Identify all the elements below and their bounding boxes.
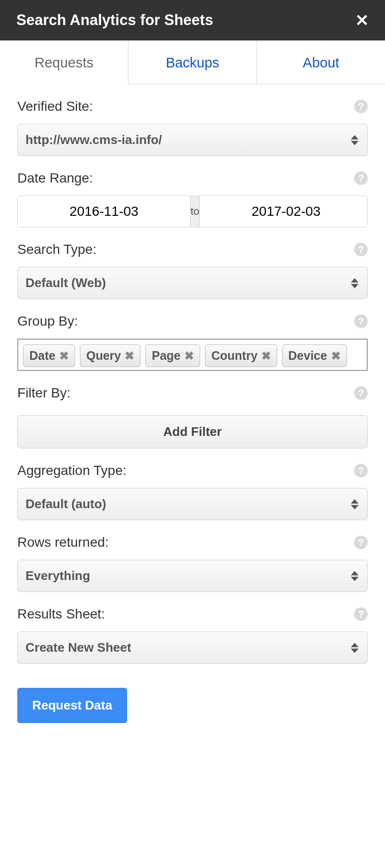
add-filter-button[interactable]: Add Filter bbox=[17, 415, 368, 448]
results-sheet-label: Results Sheet: bbox=[17, 606, 105, 622]
aggregation-type-label: Aggregation Type: bbox=[17, 463, 127, 478]
select-arrows-icon bbox=[351, 278, 359, 288]
date-range-label: Date Range: bbox=[17, 171, 93, 186]
select-arrows-icon bbox=[351, 643, 359, 653]
results-sheet-value: Create New Sheet bbox=[26, 640, 131, 655]
verified-site-select[interactable]: http://www.cms-ia.info/ bbox=[17, 124, 368, 156]
chip-country[interactable]: Country ✖ bbox=[205, 344, 277, 367]
sidebar-header: Search Analytics for Sheets ✕ bbox=[0, 0, 385, 40]
chip-remove-icon[interactable]: ✖ bbox=[331, 350, 341, 362]
group-by-chips[interactable]: Date ✖ Query ✖ Page ✖ Country ✖ Device ✖ bbox=[17, 339, 368, 371]
select-arrows-icon bbox=[351, 571, 359, 581]
chip-query[interactable]: Query ✖ bbox=[80, 344, 141, 367]
field-group-by: Group By: ? Date ✖ Query ✖ Page ✖ Countr… bbox=[17, 314, 368, 371]
field-results-sheet: Results Sheet: ? Create New Sheet bbox=[17, 606, 368, 664]
chip-remove-icon[interactable]: ✖ bbox=[125, 350, 134, 362]
select-arrows-icon bbox=[351, 135, 359, 145]
help-icon[interactable]: ? bbox=[354, 171, 368, 185]
help-icon[interactable]: ? bbox=[354, 536, 368, 549]
chip-remove-icon[interactable]: ✖ bbox=[184, 350, 194, 362]
chip-label: Date bbox=[29, 349, 55, 363]
group-by-label: Group By: bbox=[17, 314, 78, 329]
field-verified-site: Verified Site: ? http://www.cms-ia.info/ bbox=[17, 99, 368, 156]
aggregation-type-select[interactable]: Default (auto) bbox=[17, 488, 368, 520]
form-panel: Verified Site: ? http://www.cms-ia.info/… bbox=[0, 99, 385, 752]
verified-site-value: http://www.cms-ia.info/ bbox=[26, 132, 162, 147]
chip-device[interactable]: Device ✖ bbox=[282, 344, 347, 367]
field-aggregation-type: Aggregation Type: ? Default (auto) bbox=[17, 463, 368, 520]
chip-remove-icon[interactable]: ✖ bbox=[261, 350, 271, 362]
tab-backups[interactable]: Backups bbox=[128, 40, 257, 84]
rows-returned-label: Rows returned: bbox=[17, 535, 109, 550]
rows-returned-value: Everything bbox=[26, 568, 90, 583]
tab-requests[interactable]: Requests bbox=[0, 40, 128, 84]
chip-remove-icon[interactable]: ✖ bbox=[59, 350, 69, 362]
app-title: Search Analytics for Sheets bbox=[16, 12, 213, 29]
field-date-range: Date Range: ? to bbox=[17, 171, 368, 227]
search-type-select[interactable]: Default (Web) bbox=[17, 267, 368, 299]
select-arrows-icon bbox=[351, 499, 359, 509]
help-icon[interactable]: ? bbox=[354, 100, 368, 113]
help-icon[interactable]: ? bbox=[354, 464, 368, 477]
search-type-value: Default (Web) bbox=[26, 276, 106, 290]
verified-site-label: Verified Site: bbox=[17, 99, 93, 114]
rows-returned-select[interactable]: Everything bbox=[17, 560, 368, 592]
search-type-label: Search Type: bbox=[17, 242, 96, 257]
results-sheet-select[interactable]: Create New Sheet bbox=[17, 631, 368, 664]
tabs: Requests Backups About bbox=[0, 40, 385, 84]
aggregation-type-value: Default (auto) bbox=[26, 497, 106, 511]
chip-label: Query bbox=[86, 349, 121, 363]
help-icon[interactable]: ? bbox=[354, 243, 368, 256]
filter-by-label: Filter By: bbox=[17, 385, 70, 401]
help-icon[interactable]: ? bbox=[354, 607, 368, 621]
request-data-button[interactable]: Request Data bbox=[17, 688, 127, 723]
tab-about[interactable]: About bbox=[257, 40, 385, 84]
chip-label: Device bbox=[288, 349, 327, 363]
chip-date[interactable]: Date ✖ bbox=[23, 344, 75, 367]
date-to-input[interactable] bbox=[200, 196, 368, 227]
close-icon[interactable]: ✕ bbox=[355, 12, 369, 28]
field-search-type: Search Type: ? Default (Web) bbox=[17, 242, 368, 299]
chip-label: Page bbox=[152, 349, 180, 363]
field-filter-by: Filter By: ? Add Filter bbox=[17, 385, 368, 448]
chip-page[interactable]: Page ✖ bbox=[145, 344, 200, 367]
date-to-label: to bbox=[190, 196, 200, 227]
help-icon[interactable]: ? bbox=[354, 315, 368, 328]
chip-label: Country bbox=[211, 349, 257, 363]
field-rows-returned: Rows returned: ? Everything bbox=[17, 535, 368, 592]
date-from-input[interactable] bbox=[18, 196, 190, 227]
help-icon[interactable]: ? bbox=[354, 386, 368, 400]
